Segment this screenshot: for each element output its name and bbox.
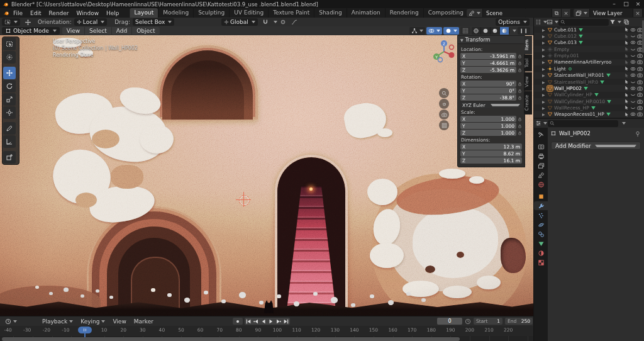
outliner-row[interactable]: ▶StaircaseWall_HP.001: [534, 72, 644, 79]
lock-icon[interactable]: [518, 96, 522, 100]
menu-window[interactable]: Window: [73, 10, 103, 16]
filter-funnel-icon[interactable]: [610, 18, 620, 26]
outliner-display-mode-icon[interactable]: [536, 18, 546, 26]
outliner-row[interactable]: ▶WallCylinder_HP.0010: [534, 98, 644, 104]
rotation-x-field[interactable]: X90°: [460, 81, 516, 87]
transport-jump-to-start[interactable]: [245, 318, 252, 325]
viewport-menu-add[interactable]: Add: [112, 27, 132, 35]
properties-tab-texture[interactable]: [534, 258, 548, 267]
workspace-tab-texture-paint[interactable]: Texture Paint: [268, 8, 314, 18]
viewport-menu-object[interactable]: Object: [132, 27, 159, 35]
outliner-row[interactable]: ▶Empty: [534, 46, 644, 52]
viewport-canvas[interactable]: [0, 35, 533, 316]
n-panel-tab-create[interactable]: Create: [524, 91, 532, 115]
lock-icon[interactable]: [518, 89, 522, 93]
eye-icon[interactable]: [630, 66, 636, 72]
eye-closed-icon[interactable]: [630, 47, 636, 52]
pan-hand-icon[interactable]: [439, 99, 449, 109]
selectability-icon[interactable]: [624, 79, 629, 84]
properties-options-dropdown[interactable]: [622, 122, 626, 125]
outliner-row[interactable]: ▶Cube.012: [534, 33, 644, 39]
selectability-icon[interactable]: [624, 27, 629, 32]
scene-unlink-icon[interactable]: ×: [562, 9, 571, 17]
properties-tab-render[interactable]: [534, 142, 548, 151]
tool-add-cube[interactable]: [3, 151, 16, 164]
scale-z-field[interactable]: Z1.000: [460, 130, 516, 136]
eye-closed-icon[interactable]: [630, 79, 636, 85]
overlays-dropdown[interactable]: [426, 27, 442, 35]
eye-icon[interactable]: [630, 111, 636, 117]
location-z-field[interactable]: Z-5.3626 m: [460, 67, 516, 73]
selectability-icon[interactable]: [624, 60, 629, 65]
viewport-menu-select[interactable]: Select: [85, 27, 112, 35]
properties-editor-icon[interactable]: [536, 120, 546, 127]
tool-cursor[interactable]: [3, 51, 16, 64]
lock-icon[interactable]: [518, 82, 522, 86]
orientation-dropdown[interactable]: Local: [74, 18, 107, 26]
outliner-search-input[interactable]: [558, 19, 609, 26]
transform-panel-header[interactable]: ▼ Transform: [458, 36, 525, 44]
menu-help[interactable]: Help: [103, 10, 123, 16]
selectability-icon[interactable]: [624, 53, 629, 59]
properties-tab-output[interactable]: [534, 152, 548, 160]
outliner-row[interactable]: ▶Cube.011: [534, 26, 644, 33]
properties-tab-world[interactable]: [534, 180, 548, 189]
n-panel-tab-tool[interactable]: Tool: [524, 55, 532, 72]
tool-transform[interactable]: [3, 106, 16, 119]
lock-icon[interactable]: [518, 68, 522, 72]
scale-x-field[interactable]: X1.000: [460, 116, 516, 122]
workspace-tab-compositing[interactable]: Compositing: [423, 8, 468, 18]
expand-icon[interactable]: ▶: [542, 40, 546, 45]
xray-dropdown[interactable]: [443, 27, 459, 35]
camera-visibility-icon[interactable]: [637, 59, 643, 65]
camera-visibility-icon[interactable]: [637, 53, 643, 59]
shading-wireframe-icon[interactable]: [472, 27, 481, 35]
transport-play-reverse[interactable]: [260, 318, 267, 325]
scene-copy-icon[interactable]: [552, 9, 562, 17]
outliner-filter-image-icon[interactable]: [547, 18, 557, 26]
current-frame-field[interactable]: 0: [437, 318, 462, 325]
camera-visibility-icon[interactable]: [637, 99, 643, 104]
eye-closed-icon[interactable]: [630, 92, 636, 98]
expand-icon[interactable]: ▶: [542, 86, 546, 91]
eye-icon[interactable]: [630, 86, 636, 91]
outliner-row[interactable]: ▶Wall_HP002: [534, 85, 644, 91]
snap-magnet-icon[interactable]: [260, 18, 270, 26]
timeline-menu-marker[interactable]: Marker: [130, 318, 157, 325]
tool-select-box[interactable]: [3, 38, 16, 50]
dimensions-x-field[interactable]: X12.3 m: [460, 143, 522, 150]
expand-icon[interactable]: ▶: [542, 92, 546, 97]
timeline-menu-keying[interactable]: Keying: [77, 318, 109, 325]
zoom-icon[interactable]: [439, 88, 449, 98]
workspace-tab-layout[interactable]: Layout: [130, 8, 158, 18]
eye-icon[interactable]: [630, 59, 636, 65]
selectability-icon[interactable]: [624, 112, 629, 117]
eye-closed-icon[interactable]: [630, 33, 636, 39]
falloff-icon[interactable]: [289, 18, 299, 26]
outliner-row[interactable]: ▶WallCylinder_HP: [534, 92, 644, 98]
scale-y-field[interactable]: Y1.000: [460, 123, 516, 129]
camera-visibility-icon[interactable]: [637, 86, 643, 91]
camera-visibility-icon[interactable]: [637, 92, 643, 98]
outliner-row[interactable]: ▶HameenlinnaArtilleryroom250t: [534, 59, 644, 65]
workspace-tab-rendering[interactable]: Rendering: [385, 8, 423, 18]
lock-icon[interactable]: [518, 131, 522, 135]
selectability-icon[interactable]: [624, 92, 629, 98]
eye-icon[interactable]: [630, 40, 636, 45]
camera-visibility-icon[interactable]: [637, 111, 643, 117]
camera-visibility-icon[interactable]: [637, 79, 643, 85]
lock-icon[interactable]: [518, 117, 522, 121]
menu-edit[interactable]: Edit: [26, 10, 45, 16]
tool-rotate[interactable]: [3, 80, 16, 92]
camera-visibility-icon[interactable]: [637, 105, 643, 111]
move-tool-icon[interactable]: [23, 18, 33, 26]
tool-scale[interactable]: [3, 93, 16, 106]
camera-visibility-icon[interactable]: [637, 66, 643, 72]
rotation-z-field[interactable]: Z-38.8°: [460, 94, 516, 101]
gizmos-dropdown[interactable]: [409, 27, 425, 35]
workspace-tab-shading[interactable]: Shading: [314, 8, 347, 18]
auto-keying-button[interactable]: [233, 318, 243, 325]
view-layer-icon[interactable]: [574, 9, 590, 17]
xray-toggle[interactable]: [460, 27, 470, 35]
expand-icon[interactable]: ▶: [542, 80, 546, 84]
